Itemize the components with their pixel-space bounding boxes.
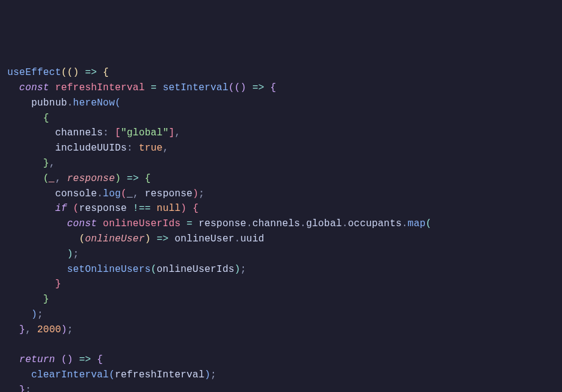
code-line[interactable]: }; xyxy=(7,383,555,392)
code-token: ; xyxy=(240,264,246,275)
code-line[interactable]: } xyxy=(7,277,555,292)
code-token: clearInterval xyxy=(31,369,108,380)
code-token: map xyxy=(408,218,425,229)
code-line[interactable]: console.log(_, response); xyxy=(7,187,555,202)
code-token: . xyxy=(342,218,348,229)
code-token: ( xyxy=(79,233,85,244)
code-token: ; xyxy=(25,385,31,392)
code-token xyxy=(97,218,103,229)
code-editor-content[interactable]: useEffect(() => { const refreshInterval … xyxy=(7,65,555,392)
code-token: setOnlineUsers xyxy=(67,264,151,275)
code-line[interactable]: const onlineUserIds = response.channels.… xyxy=(7,216,555,232)
code-token: onlineUserIds xyxy=(157,264,234,275)
code-line[interactable]: ); xyxy=(7,307,555,323)
code-token: ) xyxy=(193,188,199,199)
code-token: . xyxy=(235,233,241,244)
code-token: ) xyxy=(115,173,127,184)
code-token: ) xyxy=(204,369,210,380)
code-token: => xyxy=(252,82,265,93)
code-token: _ xyxy=(49,173,55,184)
code-line[interactable]: const refreshInterval = setInterval(() =… xyxy=(7,80,555,96)
code-line[interactable]: (onlineUser) => onlineUser.uuid xyxy=(7,232,555,247)
code-token: ; xyxy=(67,324,73,335)
code-token: channels xyxy=(55,127,102,138)
code-token: "global" xyxy=(121,127,168,138)
code-line[interactable]: channels: ["global"], xyxy=(7,126,555,141)
code-token: { xyxy=(91,354,103,365)
code-line[interactable]: }, xyxy=(7,156,555,171)
code-line[interactable] xyxy=(7,338,555,353)
code-token: { xyxy=(139,173,151,184)
code-token: occupants xyxy=(348,218,402,229)
code-line[interactable]: if (response !== null) { xyxy=(7,201,555,216)
code-token: : xyxy=(127,143,139,154)
code-token: . xyxy=(97,188,103,199)
code-token: } xyxy=(55,279,61,290)
code-token: ; xyxy=(199,188,205,199)
code-token: _ xyxy=(127,188,133,199)
code-line[interactable]: return () => { xyxy=(7,352,555,368)
code-line[interactable]: ); xyxy=(7,247,555,262)
code-line[interactable]: pubnub.hereNow( xyxy=(7,96,555,111)
code-token: null xyxy=(157,203,180,214)
code-token: ; xyxy=(37,309,43,320)
code-token: ) xyxy=(234,264,240,275)
code-token: uuid xyxy=(240,233,264,244)
code-token: refreshInterval xyxy=(115,369,204,380)
code-token: true xyxy=(139,143,163,154)
code-token: } xyxy=(20,385,26,392)
code-line[interactable]: }, 2000); xyxy=(7,323,555,338)
code-line[interactable]: clearInterval(refreshInterval); xyxy=(7,368,555,383)
code-token: => xyxy=(157,233,169,244)
code-token: useEffect xyxy=(7,67,61,78)
code-token: , xyxy=(175,127,181,138)
code-token: } xyxy=(20,324,26,335)
code-token: ( xyxy=(67,203,79,214)
code-token: , xyxy=(133,188,145,199)
code-token: . xyxy=(402,218,408,229)
code-token: ) xyxy=(61,324,67,335)
code-token: . xyxy=(67,98,73,109)
code-token: { xyxy=(265,82,277,93)
code-token xyxy=(169,233,175,244)
code-token: [ xyxy=(115,127,121,138)
code-line[interactable]: } xyxy=(7,292,555,307)
code-line[interactable]: (_, response) => { xyxy=(7,171,555,187)
code-line[interactable]: setOnlineUsers(onlineUserIds); xyxy=(7,262,555,277)
code-token: ( xyxy=(55,354,67,365)
code-token: = xyxy=(151,82,157,93)
code-token: const xyxy=(20,82,49,93)
code-token xyxy=(193,218,199,229)
code-token: ) xyxy=(240,82,252,93)
code-token: ) xyxy=(180,203,193,214)
code-line[interactable]: { xyxy=(7,111,555,126)
code-token: ] xyxy=(169,127,175,138)
code-line[interactable]: includeUUIDs: true, xyxy=(7,141,555,156)
code-token: ) xyxy=(67,249,73,260)
code-token: ; xyxy=(73,249,79,260)
code-token: onlineUser xyxy=(174,233,234,244)
code-token: } xyxy=(43,158,49,169)
code-token: , xyxy=(163,143,169,154)
code-token: if xyxy=(55,203,67,214)
code-token: ( xyxy=(151,264,157,275)
code-token: ( xyxy=(115,98,121,109)
code-token: global xyxy=(306,218,342,229)
code-token: => xyxy=(127,173,139,184)
code-token: , xyxy=(49,158,55,169)
code-token: { xyxy=(97,67,109,78)
code-token: onlineUser xyxy=(85,233,144,244)
code-token: pubnub xyxy=(31,98,67,109)
code-token: ( xyxy=(109,369,115,380)
code-line[interactable]: useEffect(() => { xyxy=(7,65,555,80)
code-token: const xyxy=(67,218,97,229)
code-token: ; xyxy=(210,369,216,380)
code-token xyxy=(49,82,55,93)
code-token: ) xyxy=(144,233,157,244)
code-token: (( xyxy=(229,82,241,93)
code-token: response xyxy=(67,173,115,184)
code-token: log xyxy=(103,188,121,199)
code-token: ( xyxy=(425,218,432,229)
code-token: => xyxy=(79,354,91,365)
code-token: 2000 xyxy=(37,324,61,335)
